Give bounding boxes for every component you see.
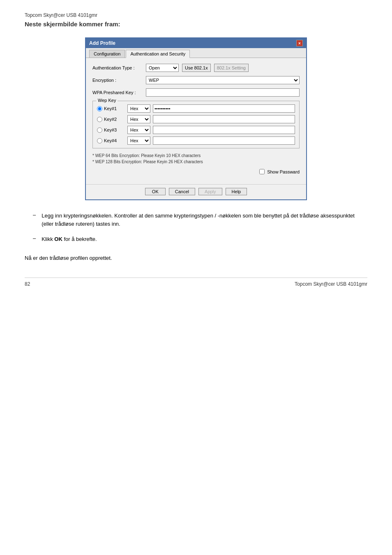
tab-authentication-security[interactable]: Authentication and Security	[126, 50, 190, 58]
bullet-text-1: Legg inn krypteringsnøkkelen. Kontroller…	[42, 212, 367, 228]
wep-hint-line1: * WEP 64 Bits Encryption: Please Keyin 1…	[92, 153, 300, 159]
wep-key-row-4: Key#4 Hex ASCII	[97, 136, 295, 145]
encryption-label: Encryption :	[92, 78, 146, 83]
bullet-text-2-bold: OK	[54, 236, 62, 242]
key3-value-input[interactable]	[153, 126, 295, 134]
key1-type-select[interactable]: Hex ASCII	[127, 104, 150, 113]
encryption-row: Encryption : WEP None TKIP AES	[92, 76, 300, 84]
dialog-footer: OK Cancel Apply Help	[86, 184, 306, 199]
footer-page-number: 82	[25, 281, 30, 287]
bullet-dash-2: –	[33, 235, 36, 243]
bullet-text-2: Klikk OK for å bekrefte.	[42, 235, 97, 243]
wpa-label: WPA Preshared Key :	[92, 90, 146, 95]
dialog-tabs: Configuration Authentication and Securit…	[86, 48, 306, 58]
key4-radio-label[interactable]: Key#4	[97, 138, 125, 143]
profile-created: Nå er den trådløse profilen opprettet.	[25, 255, 367, 261]
encryption-select[interactable]: WEP None TKIP AES	[146, 76, 300, 84]
wep-group-legend: Wep Key	[96, 98, 118, 103]
wep-key-row-2: Key#2 Hex ASCII	[97, 115, 295, 123]
key3-radio[interactable]	[97, 127, 102, 133]
key2-label: Key#2	[104, 117, 117, 122]
header-top: Topcom Skyr@cer USB 4101gmr	[25, 12, 367, 18]
bullet-section: – Legg inn krypteringsnøkkelen. Kontroll…	[25, 212, 367, 243]
key3-type-select[interactable]: Hex ASCII	[127, 126, 150, 134]
key4-radio[interactable]	[97, 138, 102, 143]
key1-value-input[interactable]	[153, 104, 295, 113]
key1-radio[interactable]	[97, 106, 102, 111]
key4-label: Key#4	[104, 138, 117, 143]
footer-brand: Topcom Skyr@cer USB 4101gmr	[295, 281, 367, 287]
tab-configuration[interactable]: Configuration	[89, 50, 125, 58]
dialog-body: Authentication Type : Open Shared WPA-PS…	[86, 58, 306, 184]
apply-button[interactable]: Apply	[198, 188, 222, 195]
header-sub: Neste skjermbilde kommer fram:	[25, 21, 367, 28]
dialog-title: Add Profile	[89, 40, 115, 46]
auth-type-select[interactable]: Open Shared WPA-PSK	[146, 64, 179, 72]
wpa-input[interactable]	[146, 88, 300, 97]
auth-type-row: Authentication Type : Open Shared WPA-PS…	[92, 64, 300, 72]
key4-type-select[interactable]: Hex ASCII	[127, 136, 150, 145]
wep-key-group: Wep Key Key#1 Hex ASCII	[92, 101, 300, 148]
cancel-button[interactable]: Cancel	[169, 188, 195, 195]
bullet-dash-1: –	[33, 212, 36, 228]
wep-hints: * WEP 64 Bits Encryption: Please Keyin 1…	[92, 153, 300, 165]
key3-label: Key#3	[104, 127, 117, 132]
bullet-text-2-before: Klikk	[42, 236, 54, 242]
help-button[interactable]: Help	[226, 188, 247, 195]
show-password-row: Show Passward	[92, 169, 300, 174]
wep-hint-line2: * WEP 128 Bits Encryption: Please Keyin …	[92, 159, 300, 165]
wep-key-row-1: Key#1 Hex ASCII	[97, 104, 295, 113]
page-footer: 82 Topcom Skyr@cer USB 4101gmr	[25, 278, 367, 287]
wep-key-row-3: Key#3 Hex ASCII	[97, 126, 295, 134]
show-password-checkbox[interactable]	[259, 169, 265, 174]
bullet-item-1: – Legg inn krypteringsnøkkelen. Kontroll…	[25, 212, 367, 228]
dialog-wrapper: Add Profile × Configuration Authenticati…	[85, 37, 307, 200]
key3-radio-label[interactable]: Key#3	[97, 127, 125, 133]
key2-value-input[interactable]	[153, 115, 295, 123]
key1-radio-label[interactable]: Key#1	[97, 106, 125, 111]
auth-type-label: Authentication Type :	[92, 65, 146, 70]
auth-controls: Open Shared WPA-PSK Use 802.1x 802.1x Se…	[146, 64, 300, 72]
use-802-button[interactable]: Use 802.1x	[182, 64, 211, 72]
key4-value-input[interactable]	[153, 136, 295, 145]
key2-radio[interactable]	[97, 117, 102, 122]
wpa-row: WPA Preshared Key :	[92, 88, 300, 97]
show-password-label: Show Passward	[267, 169, 300, 174]
add-profile-dialog: Add Profile × Configuration Authenticati…	[85, 37, 307, 200]
bullet-text-2-after: for å bekrefte.	[62, 236, 97, 242]
dialog-titlebar: Add Profile ×	[86, 38, 306, 48]
key2-radio-label[interactable]: Key#2	[97, 117, 125, 122]
802-setting-button[interactable]: 802.1x Setting	[214, 64, 249, 72]
bullet-item-2: – Klikk OK for å bekrefte.	[25, 235, 367, 243]
ok-button[interactable]: OK	[145, 188, 166, 195]
key1-label: Key#1	[104, 106, 117, 111]
close-button[interactable]: ×	[296, 40, 303, 46]
key2-type-select[interactable]: Hex ASCII	[127, 115, 150, 123]
